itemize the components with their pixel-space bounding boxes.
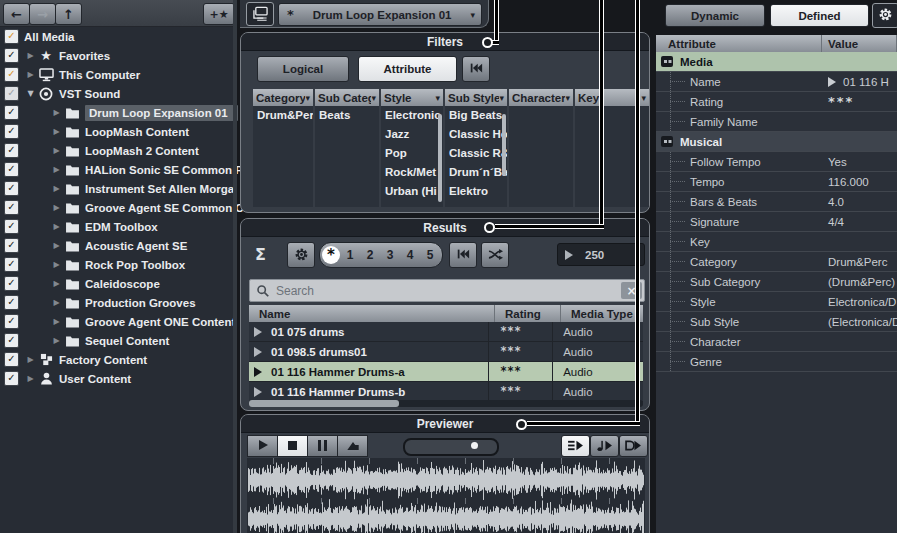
filter-column-scrollbar[interactable] (502, 114, 506, 176)
checkbox[interactable]: ✓ (4, 143, 19, 158)
expand-arrow-icon[interactable]: ▶ (25, 70, 36, 79)
sidebar-item-factory-content[interactable]: ✓▶Factory Content (0, 350, 233, 369)
dynamic-tab[interactable]: Dynamic (665, 4, 765, 27)
rating-number-3[interactable]: 3 (380, 248, 400, 262)
filter-value[interactable]: Beats (315, 106, 379, 125)
checkbox[interactable]: ✓ (4, 67, 19, 82)
expand-arrow-icon[interactable]: ▶ (51, 260, 62, 269)
result-rating[interactable]: *** (489, 362, 554, 381)
attribute-tab[interactable]: Attribute (358, 56, 457, 82)
expand-arrow-icon[interactable]: ▶ (51, 317, 62, 326)
inspector-value[interactable]: 4/4 (822, 216, 897, 228)
results-column-header-media-type[interactable]: Media Type (561, 305, 643, 322)
filters-header[interactable]: Filters (241, 33, 649, 51)
inspector-row-key[interactable]: Key (656, 232, 897, 252)
defined-tab[interactable]: Defined (770, 4, 869, 27)
sidebar-item-drum-loop-expansion-01[interactable]: ✓▶Drum Loop Expansion 01 (0, 103, 233, 122)
checkbox[interactable]: ✓ (4, 352, 19, 367)
checkbox[interactable]: ✓ (4, 371, 19, 386)
filter-column-scrollbar[interactable] (438, 114, 442, 202)
expand-arrow-icon[interactable]: ▶ (25, 355, 36, 364)
forward-button[interactable]: → (29, 3, 56, 25)
inspector-value[interactable]: Drum&Perc (822, 256, 897, 268)
expand-arrow-icon[interactable]: ▶ (51, 184, 62, 193)
filter-column-header[interactable]: Character▾ (509, 89, 573, 106)
expand-arrow-icon[interactable]: ▶ (51, 146, 62, 155)
filter-value[interactable]: Classic Ho (445, 125, 507, 144)
scrollbar-thumb[interactable] (249, 400, 399, 407)
inspector-row-sub-style[interactable]: Sub Style(Electronica/D (656, 312, 897, 332)
stop-button[interactable] (277, 435, 308, 457)
inspector-value[interactable]: Yes (822, 156, 897, 168)
add-favorite-button[interactable]: +★ (203, 3, 235, 25)
sidebar-item-instrument-set-allen-morga[interactable]: ✓▶Instrument Set Allen Morga (0, 179, 233, 198)
expand-arrow-icon[interactable]: ▶ (51, 165, 62, 174)
play-on-beat-button[interactable] (590, 435, 619, 457)
inspector-value[interactable]: 01 116 H (822, 76, 897, 88)
filter-column-header[interactable]: Sub Style▾ (445, 89, 507, 106)
sidebar-item-sequel-content[interactable]: ✓▶Sequel Content (0, 331, 233, 350)
sidebar-item-loopmash-2-content[interactable]: ✓▶LoopMash 2 Content (0, 141, 233, 160)
sidebar-item-production-grooves[interactable]: ✓▶Production Grooves (0, 293, 233, 312)
result-rating[interactable]: *** (489, 322, 554, 341)
inspector-row-tempo[interactable]: Tempo116.000 (656, 172, 897, 192)
checkbox[interactable]: ✓ (4, 181, 19, 196)
checkbox[interactable]: ✓ (4, 105, 19, 120)
preset-dropdown[interactable]: * Drum Loop Expansion 01 ▾ (278, 3, 482, 26)
rating-number-2[interactable]: 2 (360, 248, 380, 262)
filter-value[interactable]: Urban (Hi (381, 182, 443, 201)
collapse-arrow-icon[interactable]: ▼ (25, 89, 36, 98)
search-input[interactable]: Search × (249, 279, 645, 302)
sidebar-item-groove-agent-one-content[interactable]: ✓▶Groove Agent ONE Content (0, 312, 233, 331)
results-horizontal-scrollbar[interactable] (249, 400, 643, 407)
preview-volume-slider[interactable] (403, 438, 499, 456)
inspector-value[interactable]: Electronica/D (822, 296, 897, 308)
waveform-display[interactable] (247, 458, 645, 533)
rating-number-4[interactable]: 4 (400, 248, 420, 262)
checkbox[interactable]: ✓ (4, 276, 19, 291)
pause-button[interactable] (307, 435, 338, 457)
filter-value[interactable]: Jazz (381, 125, 443, 144)
reset-result-filters-button[interactable] (449, 242, 477, 268)
result-row[interactable]: 01 116 Hammer Drums-b***Audio (249, 382, 643, 402)
sidebar-item-loopmash-content[interactable]: ✓▶LoopMash Content (0, 122, 233, 141)
preview-play-icon[interactable] (254, 327, 262, 337)
inspector-row-genre[interactable]: Genre (656, 352, 897, 372)
checkbox[interactable]: ✓ (4, 162, 19, 177)
filter-column-header[interactable]: Style▾ (381, 89, 443, 106)
sidebar-item-groove-agent-se-common-c[interactable]: ✓▶Groove Agent SE Common C (0, 198, 233, 217)
inspector-value[interactable]: 116.000 (822, 176, 897, 188)
inspector-row-character[interactable]: Character (656, 332, 897, 352)
value-play-icon[interactable] (828, 77, 836, 87)
checkbox[interactable]: ✓ (4, 238, 19, 253)
inspector-value[interactable]: (Electronica/D (822, 316, 897, 328)
result-rating[interactable]: *** (489, 382, 554, 401)
checkbox[interactable]: ✓ (4, 86, 19, 101)
checkbox[interactable]: ✓ (4, 48, 19, 63)
expand-arrow-icon[interactable]: ▶ (25, 51, 36, 60)
expand-arrow-icon[interactable]: ▶ (51, 298, 62, 307)
play-button[interactable] (247, 435, 278, 457)
inspector-group-media[interactable]: Media (656, 52, 897, 72)
filter-value[interactable]: Big Beats (445, 106, 507, 125)
rating-any-icon[interactable]: * (322, 246, 340, 264)
result-row[interactable]: 01 116 Hammer Drums-a***Audio (249, 362, 643, 382)
preview-play-icon[interactable] (254, 347, 262, 357)
sidebar-item-favorites[interactable]: ✓▶★Favorites (0, 46, 233, 65)
checkbox[interactable]: ✓ (4, 124, 19, 139)
max-results-field[interactable]: 250 (557, 243, 645, 266)
up-button[interactable]: ↑ (55, 3, 82, 25)
browse-location-button[interactable] (246, 2, 274, 26)
preview-play-icon[interactable] (254, 387, 262, 397)
inspector-row-style[interactable]: StyleElectronica/D (656, 292, 897, 312)
inspector-value[interactable]: *** (822, 94, 897, 109)
sidebar-item-caleidoscope[interactable]: ✓▶Caleidoscope (0, 274, 233, 293)
checkbox[interactable]: ✓ (4, 295, 19, 310)
filter-value[interactable]: Elektro (445, 182, 507, 201)
filter-value[interactable]: Rock/Met (381, 163, 443, 182)
results-column-header-rating[interactable]: Rating (495, 305, 561, 322)
inspector-group-musical[interactable]: Musical (656, 132, 897, 152)
back-button[interactable]: ← (3, 3, 30, 25)
inspector-row-name[interactable]: Name01 116 H (656, 72, 897, 92)
expand-arrow-icon[interactable]: ▶ (51, 241, 62, 250)
